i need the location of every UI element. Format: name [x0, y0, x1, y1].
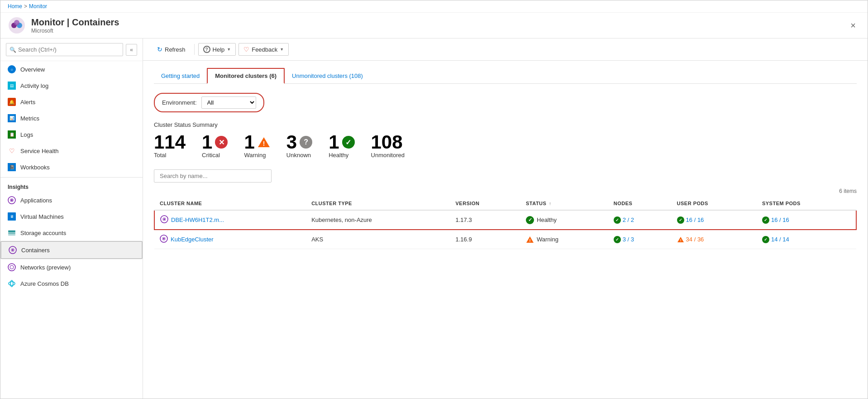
col-nodes: NODES	[608, 197, 672, 210]
sidebar-item-virtual-machines[interactable]: 🖥 Virtual Machines	[0, 208, 143, 225]
col-cluster-type: CLUSTER TYPE	[306, 197, 450, 210]
sidebar-item-logs[interactable]: 📋 Logs	[0, 126, 143, 143]
svg-point-16	[10, 280, 13, 287]
page-content: Getting started Monitored clusters (6) U…	[143, 61, 868, 399]
help-icon: ?	[203, 46, 210, 53]
cell-system-pods: ✓ 14 / 14	[757, 230, 856, 249]
feedback-button[interactable]: ♡ Feedback ▼	[238, 43, 289, 56]
page-subtitle: Microsoft	[31, 28, 119, 34]
user-pods-value: 34 / 36	[686, 236, 704, 243]
svg-rect-7	[8, 231, 15, 232]
cell-version: 1.16.9	[450, 230, 520, 249]
status-text: Warning	[537, 236, 558, 243]
toolbar-separator-1	[194, 44, 195, 55]
virtual-machines-icon: 🖥	[8, 212, 16, 221]
page-title: Monitor | Containers	[31, 17, 119, 28]
cell-nodes: ✓ 3 / 3	[608, 230, 672, 249]
breadcrumb-separator: >	[24, 3, 27, 10]
status-number-healthy: 1	[329, 133, 339, 152]
col-user-pods: USER PODS	[672, 197, 757, 210]
environment-select[interactable]: All AKS Non-Azure Azure Arc	[201, 96, 256, 109]
system-pods-value: 14 / 14	[771, 236, 789, 243]
cluster-status-title: Cluster Status Summary	[154, 121, 857, 128]
col-cluster-name: CLUSTER NAME	[154, 197, 306, 210]
cell-cluster-name: DBE-HW6H1T2.m...	[154, 210, 306, 230]
breadcrumb-current: Monitor	[29, 3, 47, 10]
nodes-value: 3 / 3	[623, 236, 634, 243]
close-button[interactable]: ×	[846, 19, 860, 33]
cell-status: ! Warning	[520, 230, 608, 249]
help-chevron-icon: ▼	[227, 47, 231, 52]
sidebar-item-label: Overview	[20, 66, 45, 73]
refresh-button[interactable]: ↻ Refresh	[152, 43, 191, 56]
sidebar-item-label: Networks (preview)	[20, 264, 71, 271]
svg-point-15	[9, 282, 15, 285]
sidebar-collapse-button[interactable]: «	[126, 44, 137, 56]
svg-point-24	[163, 238, 165, 240]
nodes-value: 2 / 2	[623, 216, 634, 223]
cluster-logo-icon	[160, 235, 168, 244]
status-label-healthy: Healthy	[329, 152, 348, 159]
help-button[interactable]: ? Help ▼	[198, 43, 236, 56]
svg-point-14	[10, 265, 14, 269]
sidebar-item-applications[interactable]: Applications	[0, 192, 143, 208]
breadcrumb-home[interactable]: Home	[8, 3, 22, 10]
content-area: ↻ Refresh ? Help ▼ ♡ Feedback ▼	[143, 38, 868, 399]
sidebar-item-label: Metrics	[20, 115, 39, 122]
clusters-table: CLUSTER NAME CLUSTER TYPE VERSION STATUS…	[154, 197, 857, 249]
networks-icon	[8, 263, 16, 271]
status-warning: 1 ! Warning	[244, 133, 270, 159]
activity-log-icon: ▤	[8, 82, 16, 90]
tab-monitored-clusters[interactable]: Monitored clusters (6)	[207, 68, 285, 84]
svg-point-13	[8, 264, 15, 271]
tab-unmonitored-clusters[interactable]: Unmonitored clusters (108)	[285, 69, 370, 83]
col-status[interactable]: STATUS ↑	[520, 197, 608, 210]
cluster-name-link[interactable]: KubEdgeCluster	[171, 236, 214, 243]
status-number-critical: 1	[202, 133, 212, 152]
sidebar-item-service-health[interactable]: ♡ Service Health	[0, 143, 143, 159]
sidebar-item-label: Workbooks	[20, 164, 50, 171]
cell-user-pods: ! 34 / 36	[672, 230, 757, 249]
search-icon: 🔍	[10, 47, 16, 53]
sidebar-item-networks-preview[interactable]: Networks (preview)	[0, 259, 143, 275]
sidebar-item-containers[interactable]: Containers	[0, 241, 143, 259]
header-title-group: Monitor | Containers Microsoft	[31, 17, 119, 34]
overview-icon: ○	[8, 65, 16, 73]
system-pods-value: 16 / 16	[771, 216, 789, 223]
table-row: KubEdgeCluster AKS 1.16.9 ! Warn	[154, 230, 856, 249]
sidebar-item-overview[interactable]: ○ Overview	[0, 61, 143, 77]
cell-user-pods: ✓ 16 / 16	[672, 210, 757, 230]
feedback-icon: ♡	[243, 46, 249, 53]
filter-label: Environment:	[162, 99, 197, 106]
tab-getting-started[interactable]: Getting started	[154, 69, 207, 83]
status-label-critical: Critical	[202, 152, 220, 159]
cell-nodes: ✓ 2 / 2	[608, 210, 672, 230]
applications-icon	[8, 196, 16, 204]
sidebar-item-azure-cosmos-db[interactable]: Azure Cosmos DB	[0, 275, 143, 292]
nodes-check-icon: ✓	[614, 216, 621, 224]
sidebar-item-metrics[interactable]: 📊 Metrics	[0, 110, 143, 126]
sidebar-item-label: Service Health	[20, 148, 59, 154]
sidebar-item-activity-log[interactable]: ▤ Activity log	[0, 77, 143, 94]
cluster-name-link[interactable]: DBE-HW6H1T2.m...	[171, 216, 224, 223]
nodes-check-icon: ✓	[614, 236, 621, 243]
alerts-icon: 🔔	[8, 98, 16, 106]
svg-text:!: !	[680, 238, 681, 242]
status-number-unknown: 3	[286, 133, 297, 152]
warning-icon: !	[258, 136, 270, 149]
unknown-icon: ?	[300, 136, 312, 149]
metrics-icon: 📊	[8, 114, 16, 122]
sidebar-item-storage-accounts[interactable]: Storage accounts	[0, 225, 143, 241]
status-number-total: 114	[154, 133, 186, 152]
sidebar-item-alerts[interactable]: 🔔 Alerts	[0, 94, 143, 110]
tabs-container: Getting started Monitored clusters (6) U…	[154, 68, 857, 84]
cell-status: ✓ Healthy	[520, 210, 608, 230]
svg-point-21	[164, 219, 165, 220]
sidebar-search-input[interactable]	[6, 43, 123, 56]
status-check-icon: ✓	[526, 216, 534, 224]
cluster-search-input[interactable]	[154, 169, 272, 183]
user-pods-check-icon: ✓	[677, 216, 684, 224]
sidebar-item-workbooks[interactable]: 📓 Workbooks	[0, 159, 143, 175]
cell-system-pods: ✓ 16 / 16	[757, 210, 856, 230]
status-label-unknown: Unknown	[286, 152, 311, 159]
